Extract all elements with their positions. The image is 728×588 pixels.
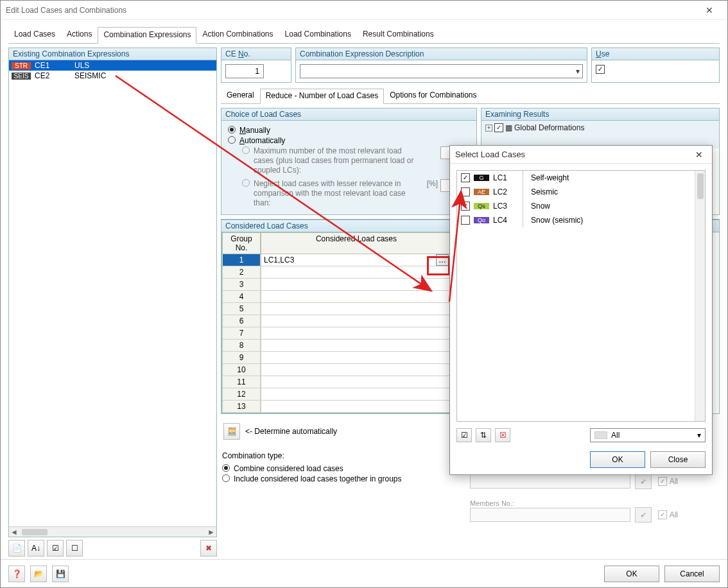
tree-node-global-deformations[interactable]: + ▦ Global Deformations <box>485 123 715 132</box>
auto-determine-label: <- Determine automatically <box>245 427 337 436</box>
calculator-icon[interactable]: 🧮 <box>223 423 240 440</box>
pick-solids-icon: ➶ <box>635 474 652 489</box>
tree-icon: ▦ <box>505 123 512 132</box>
table-row[interactable]: 11 <box>222 376 452 388</box>
radio-manually[interactable]: Manually <box>228 126 470 135</box>
lc-checkbox[interactable] <box>461 216 470 225</box>
tree-checkbox[interactable] <box>494 123 503 132</box>
lc-checkbox[interactable] <box>461 187 470 196</box>
expression-row-ce2[interactable]: SEISCE2SEISMIC <box>9 71 216 81</box>
lc-checkbox[interactable] <box>461 202 470 211</box>
new-icon[interactable]: 📄 <box>8 540 25 557</box>
choice-panel: Choice of Load Cases Manually Automatica… <box>221 108 477 215</box>
ce-no-title: CE No. <box>221 48 291 60</box>
filter-combo[interactable]: All ▾ <box>590 428 706 442</box>
tab-load-cases[interactable]: Load Cases <box>8 26 61 43</box>
tab-load-combinations[interactable]: Load Combinations <box>279 26 357 43</box>
help-icon[interactable]: ❓ <box>8 566 25 582</box>
subtab-reduce-number-of-load-cases[interactable]: Reduce - Number of Load Cases <box>260 89 384 104</box>
top-panels: CE No. Combination Expression Descriptio… <box>221 48 720 83</box>
ce-no-panel: CE No. <box>221 48 291 83</box>
vertical-scrollbar[interactable] <box>695 171 705 421</box>
popup-toolbar: ☑ ⇅ ☒ All ▾ <box>450 428 712 447</box>
radio-automatically[interactable]: Automatically <box>228 136 470 145</box>
cancel-button[interactable]: Cancel <box>664 566 720 582</box>
lc-row-lc4[interactable]: QoLC4Snow (seismic) <box>457 213 705 227</box>
opt-neglect: Neglect load cases with lesser relevance… <box>242 179 470 208</box>
uncheck-all-icon[interactable]: ☐ <box>66 540 83 557</box>
popup-close-icon[interactable]: ✕ <box>691 150 707 160</box>
members-label: Members No.: <box>470 499 713 507</box>
ce-no-input[interactable] <box>225 64 264 78</box>
radio-opt1 <box>242 146 250 154</box>
expand-icon[interactable]: + <box>485 125 492 132</box>
scroll-thumb[interactable] <box>697 173 704 199</box>
choice-title: Choice of Load Cases <box>221 108 476 121</box>
table-row[interactable]: 5 <box>222 303 452 315</box>
ce-desc-title: Combination Expression Description <box>296 48 587 60</box>
scroll-right-icon[interactable]: ► <box>206 528 216 537</box>
subtab-options-for-combinations[interactable]: Options for Combinations <box>384 88 482 103</box>
delete-icon[interactable]: ✖ <box>200 540 217 557</box>
tab-actions[interactable]: Actions <box>61 26 98 43</box>
subtab-general[interactable]: General <box>221 88 260 103</box>
load-case-list[interactable]: GLC1Self-weightAELC2SeismicQsLC3SnowQoLC… <box>456 170 706 422</box>
window-title: Edit Load Cases and Combinations <box>6 6 697 15</box>
lc-row-lc1[interactable]: GLC1Self-weight <box>457 171 705 185</box>
popup-title: Select Load Cases <box>455 150 691 159</box>
titlebar: Edit Load Cases and Combinations ✕ <box>1 1 727 20</box>
filter-fields: Solids No.: ➶ All Members No.: ➶ All <box>470 466 713 533</box>
table-row[interactable]: 7 <box>222 327 452 340</box>
popup-close-button[interactable]: Close <box>650 451 706 468</box>
table-row[interactable]: 6 <box>222 315 452 327</box>
ce-desc-combo[interactable]: ▾ <box>300 64 583 78</box>
use-panel: Use <box>591 48 720 83</box>
lc-checkbox[interactable] <box>461 173 470 182</box>
table-row[interactable]: 10 <box>222 364 452 376</box>
table-row[interactable]: 8 <box>222 340 452 352</box>
tab-action-combinations[interactable]: Action Combinations <box>196 26 279 43</box>
sort-icon[interactable]: A↓ <box>28 540 44 557</box>
scroll-thumb[interactable] <box>22 529 48 535</box>
expression-list[interactable]: STRCE1ULSSEISCE2SEISMIC <box>9 60 216 526</box>
examining-title: Examining Results <box>481 108 719 121</box>
popup-ok-button[interactable]: OK <box>590 451 645 468</box>
choice-body: Manually Automatically Maximum number of… <box>221 121 476 214</box>
table-row[interactable]: 12 <box>222 388 452 401</box>
use-checkbox[interactable] <box>596 65 605 74</box>
table-row[interactable]: 13 <box>222 401 452 413</box>
existing-expressions-panel: Existing Combination Expressions STRCE1U… <box>8 48 217 537</box>
close-icon[interactable]: ✕ <box>697 5 722 15</box>
check-all-icon[interactable]: ☑ <box>47 540 64 557</box>
members-input <box>470 508 630 522</box>
lc-row-lc2[interactable]: AELC2Seismic <box>457 185 705 199</box>
table-row[interactable]: 3 <box>222 279 452 291</box>
save-icon[interactable]: 💾 <box>52 566 69 582</box>
table-row[interactable]: 1LC1,LC3… <box>222 254 452 266</box>
horizontal-scrollbar[interactable]: ◄ ► <box>9 526 216 537</box>
lc-row-lc3[interactable]: QsLC3Snow <box>457 199 705 213</box>
select-all-icon[interactable]: ☑ <box>456 428 472 442</box>
members-all-checkbox <box>658 510 667 519</box>
open-icon[interactable]: 📂 <box>30 566 47 582</box>
tab-result-combinations[interactable]: Result Combinations <box>357 26 440 43</box>
ok-button[interactable]: OK <box>604 566 659 582</box>
pick-members-icon: ➶ <box>635 507 652 523</box>
use-title: Use <box>592 48 719 60</box>
dialog-footer: ❓ 📂 💾 OK Cancel <box>1 559 727 587</box>
deselect-all-icon[interactable]: ☒ <box>495 428 510 442</box>
expression-row-ce1[interactable]: STRCE1ULS <box>9 60 216 71</box>
table-row[interactable]: 4 <box>222 291 452 303</box>
opt-max-number: Maximum number of the most relevant load… <box>242 146 470 175</box>
scroll-left-icon[interactable]: ◄ <box>9 528 19 537</box>
popup-titlebar: Select Load Cases ✕ <box>450 146 712 164</box>
chevron-down-icon: ▾ <box>697 431 701 440</box>
tab-combination-expressions[interactable]: Combination Expressions <box>98 27 196 44</box>
table-row[interactable]: 9 <box>222 352 452 364</box>
sub-tabs: GeneralReduce - Number of Load CasesOpti… <box>221 88 720 104</box>
col-group-no: Group No. <box>222 232 261 254</box>
table-row[interactable]: 2 <box>222 266 452 279</box>
select-load-cases-dialog: Select Load Cases ✕ GLC1Self-weightAELC2… <box>449 145 713 475</box>
invert-icon[interactable]: ⇅ <box>476 428 491 442</box>
solids-all-checkbox <box>658 477 667 486</box>
